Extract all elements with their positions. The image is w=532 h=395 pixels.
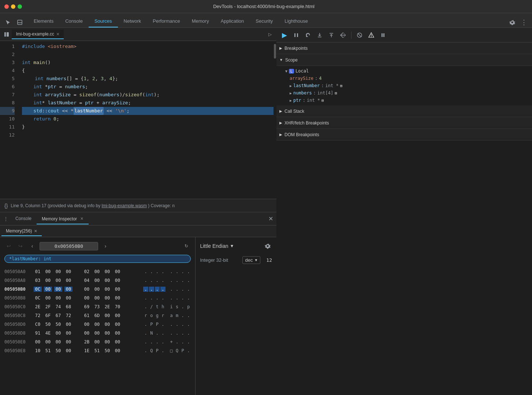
numbers-memory-icon[interactable]: ⊞ — [335, 91, 337, 96]
tab-application[interactable]: Application — [215, 15, 250, 27]
code-line-3: int main() — [22, 59, 274, 67]
hex-ascii-a0: . . . . . . . . — [143, 269, 191, 274]
memory-content: ↩ ↪ ‹ › ↻ *lastNumber: int — [0, 237, 276, 395]
nav-next-btn[interactable]: › — [101, 242, 110, 250]
address-input[interactable] — [40, 242, 98, 250]
run-snippet-icon[interactable]: ▷ — [265, 29, 275, 40]
tab-performance[interactable]: Performance — [147, 15, 186, 27]
curly-braces-icon: {} — [4, 203, 8, 209]
more-options-icon[interactable]: ⋮ — [519, 17, 529, 27]
pause-btn-2[interactable] — [378, 30, 388, 40]
hex-row-d0: 005050D0 C0 50 50 00 00 00 — [4, 320, 191, 329]
title-bar: DevTools - localhost:4000/lmi-bug-exampl… — [0, 0, 532, 13]
nav-forward-btn[interactable]: ↪ — [16, 242, 25, 250]
scope-numbers-type: int[4] — [317, 90, 333, 96]
hex-row-c8: 005050C8 72 6F 67 72 61 6D — [4, 311, 191, 320]
hex-grid: 005050A0 01 00 00 00 02 00 — [4, 267, 191, 355]
tab-elements[interactable]: Elements — [28, 15, 59, 27]
cursor-icon[interactable] — [3, 17, 13, 27]
xhr-section-header[interactable]: ▶ XHR/fetch Breakpoints — [276, 117, 532, 129]
dom-section-header[interactable]: ▶ DOM Breakpoints — [276, 129, 532, 141]
scope-section-header[interactable]: ▼ Scope — [276, 54, 532, 66]
scope-lastnumber-key: lastNumber — [293, 83, 320, 88]
step-into-btn[interactable] — [315, 30, 325, 40]
minimize-btn[interactable] — [11, 4, 15, 9]
scope-local-group[interactable]: ▼ L Local — [276, 67, 532, 75]
maximize-btn[interactable] — [18, 4, 22, 9]
hex-bytes-e8: 10 51 50 00 1E 51 50 00 — [34, 348, 143, 353]
memory-inspector-link-icon[interactable]: ⊞ — [340, 83, 343, 88]
tab-security[interactable]: Security — [250, 15, 279, 27]
memory-subtab-close-icon[interactable]: × — [34, 228, 37, 234]
int-format-select[interactable]: dec ▼ — [242, 256, 260, 264]
hex-ascii-e8: . Q P . □ Q P . — [143, 348, 191, 353]
scope-arraysize[interactable]: arraySize : 4 — [276, 75, 532, 82]
devtools-toolbar: ⋮ — [507, 17, 529, 27]
callstack-section-header[interactable]: ▶ Call Stack — [276, 105, 532, 117]
refresh-btn[interactable]: ↻ — [182, 242, 191, 250]
int-label: Integer 32-bit — [200, 257, 237, 263]
tab-network[interactable]: Network — [118, 15, 147, 27]
hex-row-e0: 005050E0 00 00 00 00 2B 00 — [4, 338, 191, 346]
scope-lastnumber[interactable]: ▶ lastNumber : int * ⊞ — [276, 82, 532, 89]
file-tab-lmi[interactable]: lmi-bug-example.cc × — [12, 30, 64, 39]
breakpoints-section-header[interactable]: ▶ Breakpoints — [276, 42, 532, 54]
line-numbers: 1234 5678 9101112 — [0, 41, 18, 199]
svg-rect-2 — [4, 32, 6, 37]
resume-btn[interactable]: ▶ — [279, 30, 290, 40]
nav-prev-btn[interactable]: ‹ — [28, 242, 37, 250]
hex-row-b8: 005050B8 0C 00 00 00 00 00 — [4, 294, 191, 302]
tab-console[interactable]: Console — [59, 15, 89, 27]
ptr-memory-icon[interactable]: ⊞ — [321, 98, 324, 103]
scope-arraysize-key: arraySize — [290, 76, 313, 81]
devtools-tab-bar: Elements Console Sources Network Perform… — [0, 13, 532, 28]
scope-numbers[interactable]: ▶ numbers : int[4] ⊞ — [276, 89, 532, 97]
hex-ascii-b8: . . . . . . . . — [143, 295, 191, 301]
panel-options-icon[interactable]: ⋮ — [1, 215, 10, 223]
step-over-btn[interactable] — [303, 30, 313, 40]
int-row: Integer 32-bit dec ▼ 12 — [200, 256, 272, 264]
step-back-btn[interactable] — [338, 30, 348, 40]
endian-select[interactable]: Little Endian ▼ — [200, 243, 234, 249]
deactivate-breakpoints-btn[interactable] — [354, 30, 365, 40]
tab-console-bottom[interactable]: Console — [10, 214, 37, 224]
svg-line-5 — [358, 33, 361, 37]
file-tab-close-icon[interactable]: × — [56, 31, 59, 37]
dock-icon[interactable] — [15, 17, 25, 27]
bottom-panel-close-icon[interactable]: ✕ — [266, 215, 275, 223]
tab-lighthouse[interactable]: Lighthouse — [279, 15, 314, 27]
tab-memory[interactable]: Memory — [186, 15, 215, 27]
memory-inspector-tab-close-icon[interactable]: × — [80, 216, 83, 221]
var-badge: *lastNumber: int — [4, 255, 191, 263]
scope-numbers-key: numbers — [293, 90, 312, 96]
wasm-link[interactable]: lmi-bug-example.wasm — [102, 203, 147, 208]
memory-panel: Memory(256) × ↩ ↪ ‹ — [0, 226, 276, 395]
ptr-arrow-icon: ▶ — [290, 98, 292, 103]
hex-addr-e8: 005050E8 — [4, 348, 34, 353]
code-scroll-wrapper: 1234 5678 9101112 #include <iostream> — [0, 41, 276, 199]
hex-addr-a8: 005050A8 — [4, 278, 34, 283]
memory-subtab-256[interactable]: Memory(256) × — [1, 227, 42, 236]
numbers-arrow-icon: ▶ — [290, 91, 292, 95]
tab-memory-inspector[interactable]: Memory Inspector × — [37, 213, 89, 224]
settings-gear-icon[interactable] — [507, 17, 517, 27]
nav-back-btn[interactable]: ↩ — [4, 242, 13, 250]
pause-btn[interactable] — [291, 30, 301, 40]
hex-bytes-d0: C0 50 50 00 00 00 00 00 — [34, 322, 143, 327]
step-out-btn[interactable] — [326, 30, 336, 40]
tab-sources[interactable]: Sources — [89, 15, 118, 27]
scope-ptr[interactable]: ▶ ptr : int * ⊞ — [276, 97, 532, 104]
hex-addr-d0: 005050D0 — [4, 322, 34, 327]
panel-toggle-icon[interactable] — [1, 29, 12, 40]
pause-on-exception-btn[interactable] — [366, 30, 376, 40]
code-line-8: int* lastNumber = ptr + arraySize; — [22, 99, 274, 107]
hex-panel: ↩ ↪ ‹ › ↻ *lastNumber: int — [0, 237, 196, 395]
code-scrollbar[interactable] — [274, 41, 276, 199]
lastnumber-arrow-icon: ▶ — [290, 84, 292, 88]
code-line-10: return 0; — [22, 115, 274, 123]
memory-settings-icon[interactable] — [263, 242, 272, 250]
endian-chevron-icon: ▼ — [230, 243, 234, 249]
hex-bytes-b0: 0C 00 00 00 00 00 00 00 — [34, 287, 143, 292]
close-btn[interactable] — [4, 4, 9, 9]
debugger-panel: ▶ — [276, 28, 532, 395]
